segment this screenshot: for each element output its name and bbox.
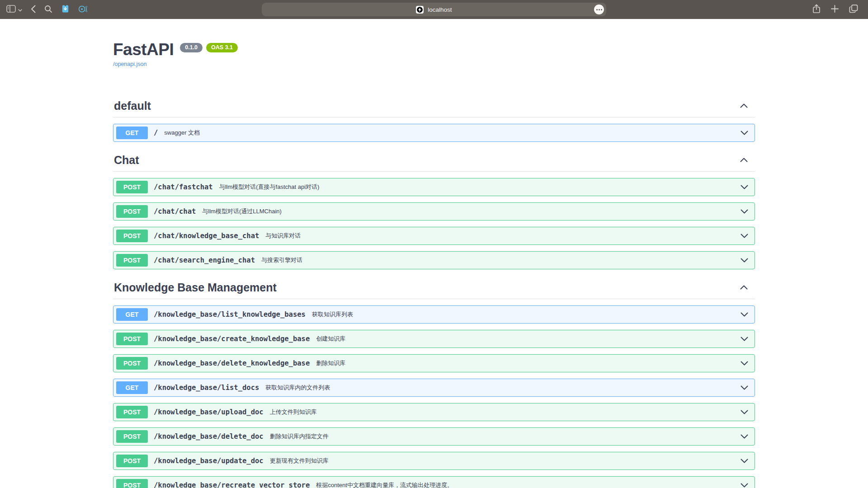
chevron-down-icon[interactable] (741, 385, 748, 390)
ellipsis-icon (596, 9, 602, 10)
page-settings-button[interactable] (594, 5, 604, 14)
tab-overview-icon (849, 5, 858, 14)
chevron-down-icon[interactable] (741, 185, 748, 190)
method-badge: POST (116, 181, 148, 193)
openapi-spec-link[interactable]: /openapi.json (113, 61, 146, 67)
share-icon (812, 4, 821, 15)
endpoint-path: /knowledge_base/list_docs (154, 384, 259, 392)
extension-concentric-circles-icon (78, 5, 87, 15)
endpoint-description: 删除知识库 (316, 359, 345, 367)
method-badge: POST (116, 254, 148, 267)
method-badge: POST (116, 479, 148, 488)
section-header[interactable]: Knowledge Base Management (113, 278, 755, 299)
chevron-down-icon[interactable] (741, 410, 748, 415)
method-badge: POST (116, 333, 148, 345)
chevron-down-icon[interactable] (741, 337, 748, 342)
api-section-default: defaultGET/swagger 文档 (113, 97, 755, 142)
chevron-down-icon[interactable] (741, 483, 748, 488)
method-badge: GET (116, 127, 148, 139)
section-title: Knowledge Base Management (114, 281, 277, 294)
method-badge: GET (116, 381, 148, 394)
endpoint-row[interactable]: POST/chat/search_engine_chat与搜索引擎对话 (113, 251, 755, 269)
endpoint-row[interactable]: GET/knowledge_base/list_docs获取知识库内的文件列表 (113, 379, 755, 397)
endpoint-description: 获取知识库内的文件列表 (265, 384, 330, 392)
endpoint-description: 根据content中文档重建向量库，流式输出处理进度。 (316, 481, 453, 488)
page-title: FastAPI (113, 40, 174, 60)
endpoint-path: /chat/knowledge_base_chat (154, 232, 259, 240)
endpoint-description: 与llm模型对话(直接与fastchat api对话) (219, 183, 320, 191)
tab-overview-button[interactable] (849, 5, 858, 14)
sidebar-toggle-button[interactable] (6, 5, 16, 14)
section-title: Chat (114, 154, 139, 167)
swagger-page: FastAPI 0.1.0 OAS 3.1 /openapi.json defa… (0, 19, 868, 488)
address-bar[interactable]: localhost (262, 3, 606, 16)
share-button[interactable] (812, 4, 821, 15)
endpoint-description: 删除知识库内指定文件 (270, 432, 329, 441)
endpoint-row[interactable]: GET/knowledge_base/list_knowledge_bases获… (113, 305, 755, 324)
method-badge: POST (116, 357, 148, 370)
sidebar-icon (6, 5, 16, 14)
endpoint-description: swagger 文档 (164, 129, 200, 137)
endpoint-row[interactable]: POST/knowledge_base/delete_knowledge_bas… (113, 354, 755, 372)
endpoint-path: /chat/chat (154, 207, 196, 216)
version-badge: 0.1.0 (180, 43, 203, 52)
back-button[interactable] (31, 5, 36, 14)
section-collapse-button[interactable] (734, 157, 754, 164)
endpoint-row[interactable]: POST/knowledge_base/delete_doc删除知识库内指定文件 (113, 427, 755, 446)
api-section-knowledge-base-management: Knowledge Base ManagementGET/knowledge_b… (113, 278, 755, 488)
oas-badge: OAS 3.1 (206, 43, 238, 52)
method-badge: GET (116, 308, 148, 321)
endpoint-description: 更新现有文件到知识库 (270, 457, 329, 465)
endpoint-description: 创建知识库 (316, 335, 345, 343)
api-sections: defaultGET/swagger 文档ChatPOST/chat/fastc… (113, 97, 755, 488)
search-icon (44, 5, 52, 14)
endpoint-row[interactable]: POST/knowledge_base/upload_doc上传文件到知识库 (113, 403, 755, 421)
chevron-down-icon[interactable] (741, 131, 748, 136)
section-header[interactable]: default (113, 97, 755, 117)
chevron-down-icon[interactable] (741, 361, 748, 366)
method-badge: POST (116, 205, 148, 218)
endpoint-path: /knowledge_base/delete_doc (154, 432, 264, 441)
chevron-down-icon[interactable] (741, 234, 748, 239)
browser-toolbar: localhost (0, 0, 868, 19)
chevron-down-icon[interactable] (741, 459, 748, 464)
endpoint-path: /chat/fastchat (154, 183, 213, 191)
endpoint-description: 与知识库对话 (265, 232, 301, 240)
chevron-down-icon[interactable] (741, 258, 748, 263)
section-title: default (114, 99, 151, 113)
chevron-up-icon (740, 103, 748, 109)
section-header[interactable]: Chat (113, 151, 755, 172)
url-text: localhost (428, 6, 452, 13)
endpoint-description: 与搜索引擎对话 (261, 256, 302, 264)
endpoint-description: 上传文件到知识库 (270, 408, 317, 416)
sidebar-menu-button[interactable] (18, 6, 22, 13)
chevron-down-icon[interactable] (741, 209, 748, 214)
chevron-up-icon (740, 284, 748, 291)
method-badge: POST (116, 406, 148, 418)
endpoint-row[interactable]: POST/knowledge_base/recreate_vector_stor… (113, 476, 755, 488)
extension-button-1[interactable] (61, 5, 70, 14)
section-collapse-button[interactable] (734, 103, 754, 109)
chevron-down-icon (18, 6, 22, 13)
endpoint-path: /knowledge_base/list_knowledge_bases (154, 310, 306, 319)
method-badge: POST (116, 430, 148, 443)
plus-icon (831, 5, 839, 14)
endpoint-row[interactable]: POST/knowledge_base/update_doc更新现有文件到知识库 (113, 452, 755, 470)
endpoint-path: /knowledge_base/create_knowledge_base (154, 335, 310, 343)
endpoint-row[interactable]: GET/swagger 文档 (113, 124, 755, 142)
endpoint-row[interactable]: POST/knowledge_base/create_knowledge_bas… (113, 330, 755, 348)
new-tab-button[interactable] (831, 5, 839, 14)
endpoint-path: /knowledge_base/update_doc (154, 457, 264, 465)
section-collapse-button[interactable] (734, 284, 754, 291)
endpoint-row[interactable]: POST/chat/knowledge_base_chat与知识库对话 (113, 227, 755, 245)
endpoint-path: /knowledge_base/delete_knowledge_base (154, 359, 310, 367)
search-button[interactable] (44, 5, 52, 14)
endpoint-row[interactable]: POST/chat/fastchat与llm模型对话(直接与fastchat a… (113, 178, 755, 196)
chevron-up-icon (740, 157, 748, 164)
extension-button-2[interactable] (78, 5, 87, 15)
extension-bookmark-arrow-icon (61, 5, 70, 14)
chevron-down-icon[interactable] (741, 434, 748, 439)
method-badge: POST (116, 230, 148, 242)
chevron-down-icon[interactable] (741, 312, 748, 317)
endpoint-row[interactable]: POST/chat/chat与llm模型对话(通过LLMChain) (113, 202, 755, 221)
